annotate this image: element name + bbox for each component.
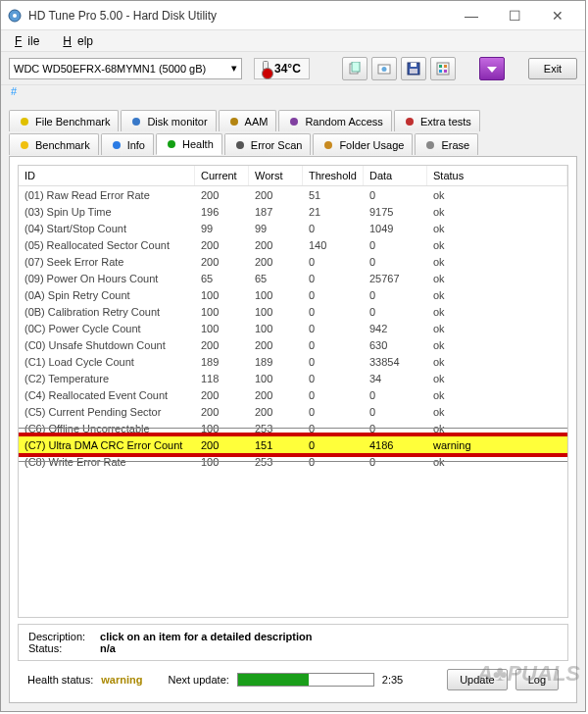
copy-button[interactable] [342, 57, 368, 80]
cell-cur: 200 [195, 255, 249, 269]
drive-select[interactable]: WDC WD50EFRX-68MYMN1 (5000 gB) ▾ [9, 58, 242, 79]
tab-health[interactable]: Health [156, 133, 222, 155]
cell-dat: 0 [364, 255, 427, 269]
tab-error-scan[interactable]: Error Scan [224, 133, 312, 155]
minimize-button[interactable]: — [450, 2, 493, 29]
cell-wor: 187 [249, 205, 303, 219]
tab-file-benchmark[interactable]: File Benchmark [9, 110, 119, 131]
thermometer-icon [263, 61, 269, 76]
cell-thr: 0 [303, 388, 364, 402]
cell-id: (C7) Ultra DMA CRC Error Count [19, 438, 195, 452]
table-row[interactable]: (0B) Calibration Retry Count10010000ok [19, 303, 567, 320]
cell-cur: 65 [195, 272, 249, 285]
cell-id: (01) Raw Read Error Rate [19, 188, 195, 202]
col-status[interactable]: Status [427, 166, 567, 185]
cell-id: (C2) Temperature [19, 372, 195, 385]
cell-cur: 118 [195, 372, 249, 385]
table-row[interactable]: (01) Raw Read Error Rate200200510ok [19, 186, 567, 203]
cell-thr: 0 [303, 222, 364, 235]
tab-label: Disk monitor [147, 116, 207, 128]
cell-cur: 100 [195, 322, 249, 335]
save-button[interactable] [401, 57, 426, 80]
col-current[interactable]: Current [195, 166, 249, 185]
table-row[interactable]: (C2) Temperature118100034ok [19, 370, 567, 386]
cell-dat: 942 [364, 322, 427, 335]
svg-rect-8 [410, 69, 417, 74]
tab-random-access[interactable]: Random Access [278, 110, 391, 131]
log-button[interactable]: Log [515, 669, 559, 690]
table-row[interactable]: (0C) Power Cycle Count1001000942ok [19, 320, 567, 336]
screenshot-button[interactable] [371, 57, 397, 80]
cell-dat: 0 [364, 305, 427, 319]
menu-help[interactable]: Help [57, 32, 105, 50]
cell-thr: 0 [303, 322, 364, 335]
cell-wor: 100 [249, 305, 303, 319]
tab-extra-tests[interactable]: Extra tests [394, 110, 480, 131]
cell-dat: 0 [364, 405, 427, 419]
tab-label: Extra tests [420, 116, 471, 128]
tab-disk-monitor[interactable]: Disk monitor [121, 110, 216, 131]
cell-sta: ok [427, 338, 567, 352]
cell-sta: warning [427, 438, 567, 452]
down-arrow-button[interactable] [479, 57, 505, 80]
cell-cur: 200 [195, 388, 249, 402]
col-threshold[interactable]: Threshold [303, 166, 364, 185]
svg-rect-12 [439, 70, 442, 73]
table-row[interactable]: (09) Power On Hours Count6565025767ok [19, 270, 567, 286]
table-row[interactable]: (C4) Reallocated Event Count20020000ok [19, 386, 567, 403]
cell-thr: 0 [303, 405, 364, 419]
tab-aam[interactable]: AAM [219, 110, 277, 131]
menu-file[interactable]: File [9, 32, 51, 50]
cell-wor: 200 [249, 405, 303, 419]
app-icon [7, 8, 23, 24]
cell-thr: 0 [303, 372, 364, 385]
svg-rect-13 [444, 70, 447, 73]
table-row[interactable]: (C0) Unsafe Shutdown Count2002000630ok [19, 336, 567, 353]
cell-cur: 196 [195, 205, 249, 219]
benchmark-icon [18, 138, 31, 152]
cell-wor: 200 [249, 238, 303, 252]
table-row[interactable]: (03) Spin Up Time196187219175ok [19, 203, 567, 220]
table-row[interactable]: (C5) Current Pending Sector20020000ok [19, 403, 567, 420]
tab-folder-usage[interactable]: Folder Usage [313, 133, 413, 155]
tab-label: Health [182, 138, 214, 150]
svg-rect-3 [352, 62, 360, 72]
cell-sta: ok [427, 255, 567, 269]
cell-id: (05) Reallocated Sector Count [19, 238, 195, 252]
svg-rect-9 [437, 63, 449, 75]
cell-wor: 99 [249, 222, 303, 235]
cell-wor: 151 [249, 438, 303, 452]
window-title: HD Tune Pro 5.00 - Hard Disk Utility [28, 9, 450, 23]
exit-button[interactable]: Exit [528, 58, 577, 79]
cell-dat: 25767 [364, 272, 427, 285]
table-row[interactable]: (04) Start/Stop Count999901049ok [19, 220, 567, 236]
col-worst[interactable]: Worst [249, 166, 303, 185]
cell-dat: 9175 [364, 205, 427, 219]
table-row[interactable]: (05) Reallocated Sector Count2002001400o… [19, 236, 567, 253]
cell-wor: 189 [249, 355, 303, 369]
col-data[interactable]: Data [364, 166, 427, 185]
cell-wor: 100 [249, 288, 303, 302]
cell-thr: 0 [303, 355, 364, 369]
cell-id: (0C) Power Cycle Count [19, 322, 195, 335]
options-button[interactable] [430, 57, 456, 80]
table-row[interactable]: (C1) Load Cycle Count189189033854ok [19, 353, 567, 370]
cell-thr: 0 [303, 272, 364, 285]
cell-dat: 4186 [364, 438, 427, 452]
cell-thr: 0 [303, 338, 364, 352]
col-id[interactable]: ID [19, 166, 195, 185]
tab-label: Folder Usage [339, 139, 404, 151]
tab-benchmark[interactable]: Benchmark [9, 133, 99, 155]
update-button[interactable]: Update [447, 669, 507, 690]
maximize-button[interactable]: ☐ [493, 2, 536, 29]
tab-erase[interactable]: Erase [415, 133, 478, 155]
table-row[interactable]: (C7) Ultra DMA CRC Error Count2001510418… [19, 436, 567, 453]
close-button[interactable]: ✕ [536, 2, 579, 29]
disk-monitor-icon [129, 115, 143, 128]
tab-info[interactable]: Info [101, 133, 154, 155]
chevron-down-icon: ▾ [231, 62, 237, 75]
table-row[interactable]: (0A) Spin Retry Count10010000ok [19, 286, 567, 303]
health-status-label: Health status: [27, 674, 93, 686]
status-value: n/a [100, 642, 116, 654]
table-row[interactable]: (07) Seek Error Rate20020000ok [19, 253, 567, 270]
